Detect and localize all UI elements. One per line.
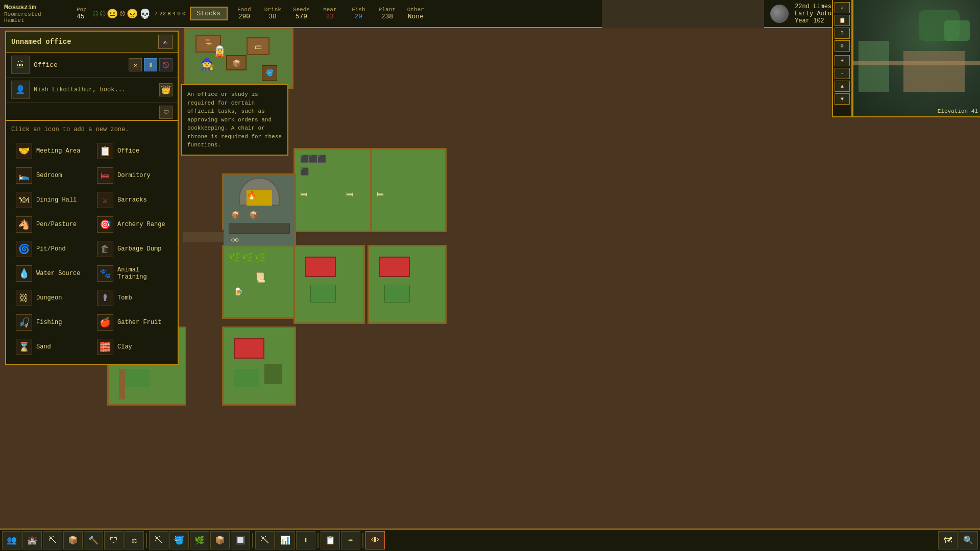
- zone-archery-range[interactable]: 🎯 Archery Range: [92, 213, 173, 236]
- toolbar-erase[interactable]: 🔲: [231, 531, 250, 549]
- zone-barracks[interactable]: ⚔ Barracks: [92, 188, 173, 212]
- fishing-icon: 🎣: [16, 314, 32, 331]
- worker-action-btn[interactable]: 👑: [159, 83, 173, 96]
- minimap-down[interactable]: ▼: [835, 93, 850, 105]
- zone-label-tomb: Tomb: [117, 294, 132, 302]
- map-room-lr2: [293, 245, 365, 324]
- tooltip-box: An office or study is required for certa…: [181, 84, 288, 156]
- zone-panel: Click an icon to add a new zone. 🤝 Meeti…: [5, 120, 179, 365]
- bed-blanket-4: [234, 369, 259, 387]
- water-source-icon: 💧: [16, 265, 32, 282]
- other-resource: Other None: [405, 7, 426, 20]
- toolbar-special[interactable]: 👁: [365, 531, 385, 549]
- action-cancel[interactable]: 🚫: [159, 58, 173, 71]
- gather-fruit-icon: 🍎: [97, 314, 113, 331]
- zone-animal-training[interactable]: 🐾 Animal Training: [92, 262, 173, 285]
- zone-tomb[interactable]: ⚰ Tomb: [92, 286, 173, 310]
- zone-label-meeting: Meeting Area: [36, 147, 80, 155]
- zone-label-dormitory: Dormitory: [117, 172, 151, 179]
- toolbar-box[interactable]: 📦: [210, 531, 230, 549]
- zone-sand[interactable]: ⌛ Sand: [11, 335, 91, 359]
- map-room-lr3: [368, 245, 447, 324]
- toolbar-dig[interactable]: ⛏: [43, 531, 62, 549]
- toolbar-sep-4: [362, 533, 363, 548]
- zone-bedroom[interactable]: 🛌 Bedroom: [11, 164, 91, 187]
- minimap-up[interactable]: ▲: [835, 81, 850, 92]
- mood-count-4: 4: [173, 11, 176, 17]
- zone-garbage-dump[interactable]: 🗑 Garbage Dump: [92, 237, 173, 261]
- zone-dining-hall[interactable]: 🍽 Dining Hall: [11, 188, 91, 212]
- minimap-terrain: [853, 0, 980, 116]
- tomb-icon: ⚰: [97, 290, 113, 306]
- zone-water-source[interactable]: 💧 Water Source: [11, 262, 91, 285]
- zone-pit-pond[interactable]: 🌀 Pit/Pond: [11, 237, 91, 261]
- toolbar-zoom-in[interactable]: 🔍: [959, 531, 978, 549]
- toolbar-manager[interactable]: 📊: [276, 531, 295, 549]
- food-resource: Food 290: [234, 7, 254, 20]
- map-room-bm: [222, 327, 296, 406]
- worker-entry[interactable]: 👤 Nish Likottathur, book... 👑: [6, 78, 178, 103]
- toolbar-workshop[interactable]: 🔨: [84, 531, 103, 549]
- action-pause[interactable]: ⏸: [144, 58, 157, 71]
- stocks-button[interactable]: Stocks: [190, 7, 228, 20]
- zone-label-archery: Archery Range: [117, 221, 165, 228]
- zone-clay[interactable]: 🧱 Clay: [92, 335, 173, 359]
- toolbar-pick[interactable]: ⛏: [149, 531, 168, 549]
- zone-label-dungeon: Dungeon: [36, 294, 62, 302]
- minimap-btn-1[interactable]: ⚔: [835, 2, 850, 13]
- zone-pen-pasture[interactable]: 🐴 Pen/Pasture: [11, 213, 91, 236]
- plant-value: 238: [381, 13, 393, 20]
- toolbar-plant[interactable]: 🌿: [190, 531, 209, 549]
- minimap-forest2: [944, 20, 970, 41]
- minimap-btn-2[interactable]: 📋: [835, 15, 850, 26]
- minimap-zoom-plus[interactable]: +: [835, 55, 850, 66]
- resources-display: Food 290 Drink 38 Seeds 579 Meat 23 Fish…: [234, 7, 598, 20]
- minimap-fields: [859, 41, 889, 92]
- minimap-btn-3[interactable]: ?: [835, 28, 850, 39]
- seeds-value: 579: [296, 13, 307, 20]
- zone-office[interactable]: 📋 Office: [92, 139, 173, 163]
- zone-meeting-area[interactable]: 🤝 Meeting Area: [11, 139, 91, 163]
- shield-action-icon[interactable]: 🛡: [159, 106, 173, 119]
- top-hud: Mosuszim Roomcrested Hamlet Pop 45 ☺ ☺ 😐…: [0, 0, 602, 28]
- minimap[interactable]: Elevation 41: [852, 0, 980, 117]
- zone-fishing[interactable]: 🎣 Fishing: [11, 311, 91, 334]
- zone-dormitory[interactable]: 🛏 Dormitory: [92, 164, 173, 187]
- toolbar-zoom-out[interactable]: 🗺: [938, 531, 958, 549]
- toolbar-reports[interactable]: 📋: [321, 531, 340, 549]
- room-bed-1: 🛏: [300, 190, 307, 198]
- toolbar-buildings[interactable]: 🏰: [22, 531, 42, 549]
- mood-enraged: 💀: [139, 8, 151, 19]
- mood-content: ☺: [100, 9, 106, 19]
- bedroom-icon: 🛌: [16, 167, 32, 184]
- fish-resource: Fish 29: [348, 7, 369, 20]
- zone-gather-fruit[interactable]: 🍎 Gather Fruit: [92, 311, 173, 334]
- toolbar-more[interactable]: ➡: [341, 531, 360, 549]
- zone-dungeon[interactable]: ⛓ Dungeon: [11, 286, 91, 310]
- toolbar-arrow-down[interactable]: ⬇: [296, 531, 315, 549]
- toolbar-mine[interactable]: ⛏: [255, 531, 275, 549]
- minimap-controls: ⚔ 📋 ? ⚙ + - ▲ ▼: [832, 0, 852, 117]
- toolbar-stockpile[interactable]: 📦: [63, 531, 83, 549]
- panel-title: Unnamed office: [11, 38, 71, 46]
- dining-hall-icon: 🍽: [16, 192, 32, 208]
- toolbar-military[interactable]: 🛡: [104, 531, 124, 549]
- minimap-zoom-minus[interactable]: -: [835, 68, 850, 79]
- room-content-2: ⬛: [300, 167, 309, 176]
- office-name: Office: [34, 61, 125, 69]
- seeds-label: Seeds: [293, 7, 310, 13]
- zone-grid: 🤝 Meeting Area 📋 Office 🛌 Bedroom 🛏 Dorm…: [11, 139, 173, 359]
- minimap-btn-4[interactable]: ⚙: [835, 40, 850, 52]
- office-entry[interactable]: 🏛 Office ⚒ ⏸ 🚫: [6, 53, 178, 78]
- forge-item1: 📦: [231, 211, 240, 219]
- zone-label-garbage: Garbage Dump: [117, 245, 161, 253]
- action-hammer[interactable]: ⚒: [129, 58, 142, 71]
- toolbar-justice[interactable]: ⚖: [125, 531, 144, 549]
- toolbar-units[interactable]: 👥: [2, 531, 21, 549]
- town-subtitle: Roomcrested: [4, 11, 70, 17]
- toolbar-bucket[interactable]: 🪣: [169, 531, 189, 549]
- map-room-forge: 🔥 📦 📦 ⚙⚙: [222, 173, 296, 253]
- garbage-dump-icon: 🗑: [97, 241, 113, 257]
- mood-count-2: 22: [159, 11, 166, 17]
- map-barrel: 🪣: [262, 65, 277, 81]
